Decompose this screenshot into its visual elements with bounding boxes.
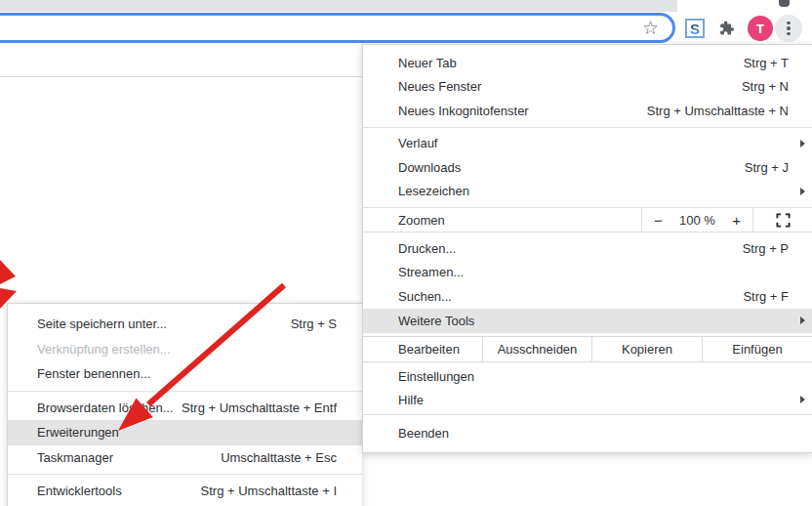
kebab-menu-icon — [787, 21, 791, 36]
menu-item-shortcut: Strg + Umschalttaste + N — [647, 104, 789, 118]
copy-button[interactable]: Kopieren — [591, 337, 702, 361]
avatar: T — [748, 16, 773, 41]
submenu-item-verknuepfung-erstellen: Verknüpfung erstellen... — [8, 337, 362, 362]
menu-item-label: Taskmanager — [37, 450, 221, 465]
extension-s-button[interactable]: S — [681, 15, 709, 42]
submenu-item-entwicklertools[interactable]: Entwicklertools Strg + Umschalttaste + I — [8, 479, 362, 504]
extensions-button[interactable] — [712, 15, 740, 42]
menu-item-hilfe[interactable]: Hilfe — [363, 388, 812, 411]
profile-button[interactable]: T — [747, 15, 774, 42]
fullscreen-icon — [776, 213, 791, 228]
menu-item-beenden[interactable]: Beenden — [363, 421, 812, 445]
menu-item-label: Suchen... — [398, 289, 743, 304]
menu-item-label: Lesezeichen — [398, 184, 789, 198]
edit-row: Bearbeiten Ausschneiden Kopieren Einfüge… — [363, 336, 812, 362]
menu-item-einstellungen[interactable]: Einstellungen — [363, 364, 812, 388]
menu-item-label: Beenden — [398, 426, 789, 441]
menu-item-shortcut: Strg + S — [291, 316, 337, 331]
menu-item-shortcut: Umschalttaste + Esc — [221, 450, 337, 465]
puzzle-icon — [717, 20, 735, 37]
zoom-row: Zoomen − 100 % + — [363, 207, 812, 232]
menu-item-shortcut: Strg + Umschalttaste + Entf — [182, 401, 337, 415]
zoom-out-button[interactable]: − — [654, 212, 663, 229]
menu-item-streamen[interactable]: Streamen... — [363, 261, 812, 285]
bookmark-star-icon[interactable]: ☆ — [642, 19, 659, 37]
menu-item-label: Drucken... — [398, 241, 743, 256]
zoom-in-button[interactable]: + — [732, 212, 741, 229]
weitere-tools-submenu: Seite speichern unter... Strg + S Verknü… — [7, 303, 362, 506]
zoom-level: 100 % — [679, 213, 715, 228]
menu-item-shortcut: Strg + T — [744, 56, 789, 70]
window-control-fragment — [779, 0, 790, 7]
menu-separator — [8, 391, 362, 392]
extension-s-icon: S — [685, 19, 705, 38]
menu-item-downloads[interactable]: Downloads Strg + J — [363, 155, 812, 180]
menu-item-label: Verlauf — [398, 136, 789, 150]
menu-item-neues-fenster[interactable]: Neues Fenster Strg + N — [363, 75, 812, 100]
menu-item-label: Downloads — [398, 160, 745, 175]
page-top-divider — [0, 76, 362, 77]
paste-button[interactable]: Einfügen — [702, 337, 812, 361]
menu-item-label: Fenster benennen... — [37, 366, 337, 381]
menu-item-shortcut: Strg + F — [743, 289, 789, 304]
menu-separator — [363, 127, 812, 128]
menu-item-label: Erweiterungen — [37, 425, 337, 440]
menu-item-label: Neues Fenster — [398, 79, 742, 94]
menu-item-label: Neues Inkognitofenster — [398, 104, 647, 118]
fullscreen-button[interactable] — [752, 208, 812, 232]
menu-item-shortcut: Strg + Umschalttaste + I — [201, 484, 337, 498]
menu-item-label: Browserdaten löschen... — [37, 401, 182, 415]
submenu-arrow-icon — [800, 188, 805, 195]
menu-item-shortcut: Strg + N — [742, 79, 789, 94]
menu-item-shortcut: Strg + P — [743, 241, 789, 256]
menu-item-label: Hilfe — [398, 393, 789, 407]
address-bar[interactable]: ☆ — [0, 13, 675, 43]
menu-item-label: Weitere Tools — [398, 314, 789, 328]
tab-strip — [0, 0, 677, 12]
zoom-controls: − 100 % + — [641, 208, 752, 232]
submenu-item-erweiterungen[interactable]: Erweiterungen — [8, 420, 362, 445]
edit-label: Bearbeiten — [363, 337, 482, 361]
menu-item-label: Neuer Tab — [398, 56, 744, 70]
menu-item-label: Verknüpfung erstellen... — [37, 342, 337, 357]
submenu-item-browserdaten-loeschen[interactable]: Browserdaten löschen... Strg + Umschaltt… — [8, 396, 362, 421]
chrome-main-menu: Neuer Tab Strg + T Neues Fenster Strg + … — [362, 44, 812, 453]
cut-button[interactable]: Ausschneiden — [482, 337, 591, 361]
submenu-item-seite-speichern[interactable]: Seite speichern unter... Strg + S — [8, 312, 362, 337]
submenu-item-fenster-benennen[interactable]: Fenster benennen... — [8, 361, 362, 387]
submenu-item-taskmanager[interactable]: Taskmanager Umschalttaste + Esc — [8, 445, 362, 471]
submenu-arrow-icon — [800, 140, 805, 148]
red-edge-glyph — [0, 260, 17, 309]
menu-separator — [8, 474, 362, 475]
menu-item-label: Entwicklertools — [37, 484, 201, 498]
menu-item-lesezeichen[interactable]: Lesezeichen — [363, 180, 812, 204]
menu-item-neuer-tab[interactable]: Neuer Tab Strg + T — [363, 51, 812, 75]
menu-item-inkognitofenster[interactable]: Neues Inkognitofenster Strg + Umschaltta… — [363, 99, 812, 123]
menu-separator — [363, 414, 812, 415]
menu-item-suchen[interactable]: Suchen... Strg + F — [363, 284, 812, 309]
zoom-label: Zoomen — [363, 208, 641, 232]
menu-item-shortcut: Strg + J — [745, 160, 789, 175]
menu-item-label: Seite speichern unter... — [37, 316, 291, 331]
submenu-arrow-icon — [800, 316, 805, 324]
submenu-arrow-icon — [800, 396, 805, 403]
menu-item-label: Einstellungen — [398, 369, 789, 384]
menu-item-label: Streamen... — [398, 265, 789, 279]
menu-item-weitere-tools[interactable]: Weitere Tools — [363, 309, 812, 334]
more-menu-button[interactable] — [775, 15, 802, 42]
menu-item-drucken[interactable]: Drucken... Strg + P — [363, 236, 812, 261]
menu-item-verlauf[interactable]: Verlauf — [363, 132, 812, 156]
